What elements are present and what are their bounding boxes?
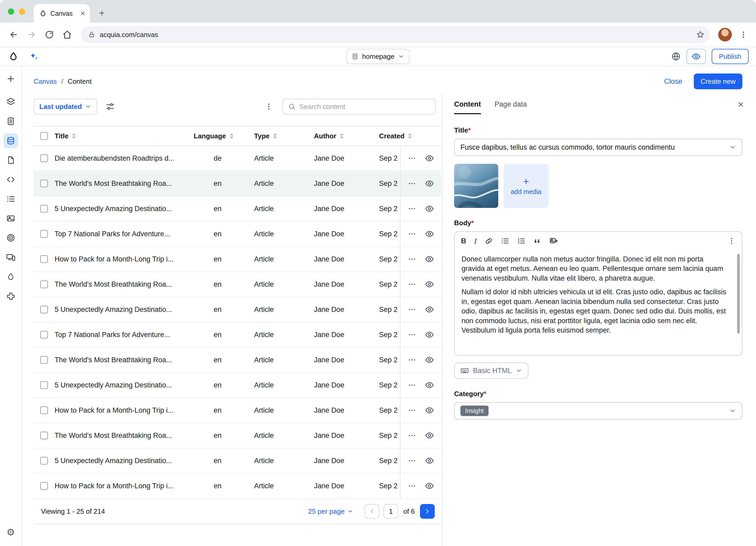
numbered-list-button[interactable]: 123 (517, 237, 526, 245)
acquia-logo-icon[interactable] (8, 51, 18, 61)
home-button[interactable] (59, 26, 76, 43)
table-row[interactable]: Top 7 National Parks for Adventure... en… (34, 322, 441, 348)
row-preview-button[interactable] (425, 355, 434, 364)
address-bar[interactable]: acquia.com/canvas (81, 26, 710, 43)
back-button[interactable] (5, 26, 22, 43)
breadcrumb-canvas-link[interactable]: Canvas (34, 77, 57, 85)
row-preview-button[interactable] (425, 406, 434, 415)
sidebar-item-extensions[interactable] (3, 289, 18, 303)
row-checkbox[interactable] (40, 230, 48, 238)
forward-button[interactable] (23, 26, 40, 43)
row-checkbox[interactable] (40, 406, 48, 414)
search-input[interactable] (299, 103, 430, 111)
row-actions-menu-button[interactable] (408, 230, 416, 238)
row-actions-menu-button[interactable] (408, 305, 416, 314)
row-actions-menu-button[interactable] (408, 381, 416, 389)
tab-content[interactable]: Content (454, 100, 481, 114)
table-row[interactable]: The World's Most Breathtaking Roa... en … (34, 171, 441, 196)
insert-media-button[interactable] (549, 237, 558, 245)
editor-scrollbar[interactable] (737, 254, 740, 334)
row-preview-button[interactable] (425, 431, 434, 440)
sidebar-item-content[interactable] (3, 133, 18, 148)
sidebar-item-layers[interactable] (3, 95, 18, 109)
filter-button[interactable] (102, 99, 118, 114)
bullet-list-button[interactable] (501, 237, 509, 245)
table-row[interactable]: 5 Unexpectedly Amazing Destinatio... en … (34, 373, 441, 398)
column-header-language[interactable]: Language (194, 132, 254, 140)
ai-sparkle-icon[interactable] (29, 52, 38, 61)
select-all-checkbox[interactable] (40, 132, 48, 140)
row-checkbox[interactable] (40, 255, 48, 263)
sidebar-item-list[interactable] (3, 192, 18, 206)
window-control-green[interactable] (8, 8, 14, 15)
previous-page-button[interactable] (365, 504, 379, 519)
italic-button[interactable]: I (474, 237, 477, 245)
column-header-title[interactable]: Title (55, 132, 194, 140)
row-checkbox[interactable] (40, 280, 48, 288)
row-checkbox[interactable] (40, 356, 48, 364)
row-actions-menu-button[interactable] (408, 406, 416, 414)
close-link[interactable]: Close (664, 77, 682, 86)
row-checkbox[interactable] (40, 482, 48, 490)
row-preview-button[interactable] (425, 179, 434, 188)
sidebar-item-file[interactable] (3, 153, 18, 167)
publish-button[interactable]: Publish (712, 49, 749, 64)
row-checkbox[interactable] (40, 381, 48, 389)
browser-menu-button[interactable] (736, 27, 751, 42)
sidebar-item-goals[interactable] (3, 230, 18, 245)
row-preview-button[interactable] (425, 255, 434, 264)
row-preview-button[interactable] (425, 229, 434, 238)
column-header-created[interactable]: Created (379, 132, 400, 140)
row-actions-menu-button[interactable] (408, 179, 416, 188)
row-checkbox[interactable] (40, 331, 48, 339)
row-actions-menu-button[interactable] (408, 204, 416, 213)
table-row[interactable]: Die atemberaubendsten Roadtrips d... de … (34, 146, 441, 171)
row-actions-menu-button[interactable] (408, 456, 416, 465)
row-actions-menu-button[interactable] (408, 431, 416, 440)
table-row[interactable]: 5 Unexpectedly Amazing Destinatio... en … (34, 196, 441, 222)
sort-dropdown[interactable]: Last updated (34, 99, 97, 114)
row-actions-menu-button[interactable] (408, 280, 416, 288)
list-menu-button[interactable] (261, 99, 276, 114)
row-actions-menu-button[interactable] (408, 356, 416, 364)
locale-globe-button[interactable] (671, 52, 681, 61)
row-checkbox[interactable] (40, 180, 48, 187)
table-row[interactable]: The World's Most Breathtaking Roa... en … (34, 348, 441, 373)
row-actions-menu-button[interactable] (408, 154, 416, 162)
create-new-button[interactable]: Create new (694, 73, 742, 89)
sidebar-item-devices[interactable] (3, 250, 18, 265)
per-page-dropdown[interactable]: 25 per page (308, 507, 353, 516)
table-row[interactable]: How to Pack for a Month-Long Trip i... e… (34, 398, 441, 423)
table-row[interactable]: The World's Most Breathtaking Roa... en … (34, 423, 441, 448)
new-tab-button[interactable] (95, 6, 109, 20)
blockquote-button[interactable] (533, 237, 541, 245)
row-actions-menu-button[interactable] (408, 330, 416, 339)
sidebar-item-settings[interactable]: ⚙ (3, 525, 18, 540)
sidebar-item-code[interactable] (3, 172, 18, 187)
table-row[interactable]: 5 Unexpectedly Amazing Destinatio... en … (34, 297, 441, 322)
add-media-button[interactable]: + add media (503, 164, 549, 208)
row-actions-menu-button[interactable] (408, 482, 416, 490)
window-control-yellow[interactable] (19, 8, 25, 15)
column-header-type[interactable]: Type (254, 132, 314, 140)
table-row[interactable]: How to Pack for a Month-Long Trip i... e… (34, 474, 441, 499)
tab-close-icon[interactable] (80, 11, 86, 16)
preview-button[interactable] (686, 49, 706, 64)
row-preview-button[interactable] (425, 330, 434, 339)
title-select[interactable]: Fusce dapibus, tellus ac cursus commodo,… (454, 139, 742, 156)
body-text-area[interactable]: Donec ullamcorper nulla non metus auctor… (455, 250, 742, 355)
row-checkbox[interactable] (40, 205, 48, 213)
tab-page-data[interactable]: Page data (495, 100, 527, 113)
row-preview-button[interactable] (425, 280, 434, 289)
row-checkbox[interactable] (40, 432, 48, 439)
row-preview-button[interactable] (425, 456, 434, 465)
row-preview-button[interactable] (425, 154, 434, 163)
text-format-dropdown[interactable]: Basic HTML (454, 363, 528, 379)
sidebar-item-add[interactable] (3, 71, 18, 86)
search-box[interactable] (282, 99, 436, 114)
reload-button[interactable] (41, 26, 58, 43)
next-page-button[interactable] (420, 504, 435, 519)
table-row[interactable]: Top 7 National Parks for Adventure... en… (34, 222, 441, 247)
panel-close-button[interactable] (737, 101, 744, 108)
page-selector-dropdown[interactable]: homepage (347, 49, 410, 64)
